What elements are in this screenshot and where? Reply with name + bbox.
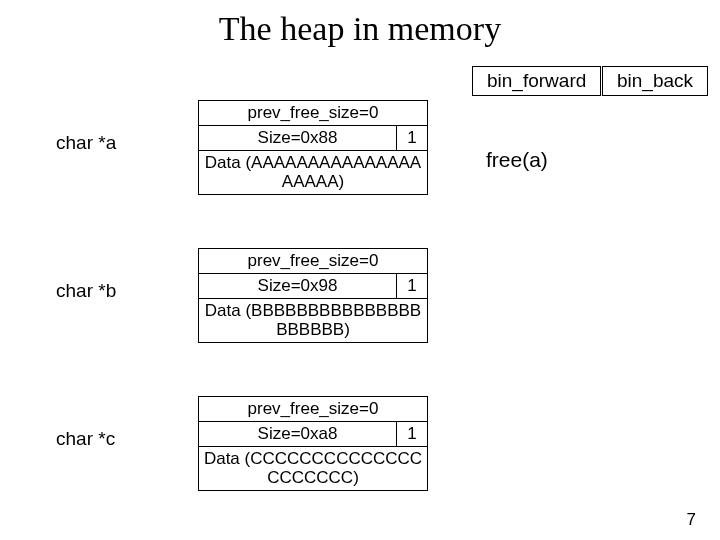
block-a-size: Size=0x88	[199, 126, 396, 150]
heap-block-a: prev_free_size=0 Size=0x88 1 Data (AAAAA…	[198, 100, 428, 195]
block-b-prev: prev_free_size=0	[199, 249, 427, 274]
block-b-size-row: Size=0x98 1	[199, 274, 427, 299]
block-a-flag: 1	[396, 126, 427, 150]
block-c-flag: 1	[396, 422, 427, 446]
slide-title: The heap in memory	[0, 10, 720, 48]
bin-forward-box: bin_forward	[472, 66, 601, 96]
pointer-b-label: char *b	[56, 280, 116, 302]
bin-back-box: bin_back	[602, 66, 708, 96]
block-c-size: Size=0xa8	[199, 422, 396, 446]
heap-block-c: prev_free_size=0 Size=0xa8 1 Data (CCCCC…	[198, 396, 428, 491]
heap-block-b: prev_free_size=0 Size=0x98 1 Data (BBBBB…	[198, 248, 428, 343]
pointer-c-label: char *c	[56, 428, 115, 450]
page-number: 7	[687, 510, 696, 530]
block-a-data: Data (AAAAAAAAAAAAAAAAAAAA)	[199, 151, 427, 194]
pointer-a-label: char *a	[56, 132, 116, 154]
block-b-data: Data (BBBBBBBBBBBBBBBBBBBBB)	[199, 299, 427, 342]
block-a-size-row: Size=0x88 1	[199, 126, 427, 151]
block-c-data: Data (CCCCCCCCCCCCCCCCCCCCC)	[199, 447, 427, 490]
block-c-prev: prev_free_size=0	[199, 397, 427, 422]
block-b-size: Size=0x98	[199, 274, 396, 298]
free-action-label: free(a)	[486, 148, 548, 172]
block-b-flag: 1	[396, 274, 427, 298]
block-c-size-row: Size=0xa8 1	[199, 422, 427, 447]
block-a-prev: prev_free_size=0	[199, 101, 427, 126]
